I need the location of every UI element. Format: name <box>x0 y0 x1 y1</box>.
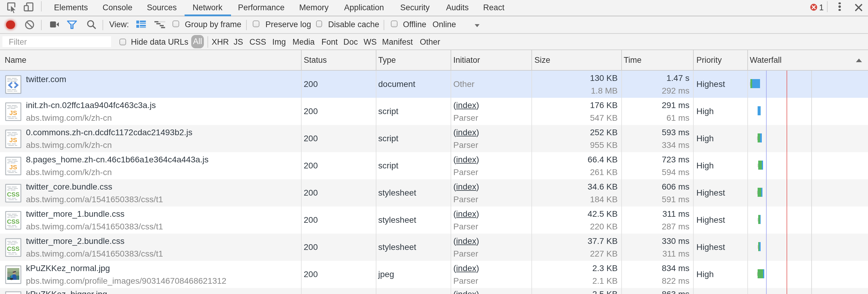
svg-text:CSS: CSS <box>7 191 20 198</box>
svg-text:JS: JS <box>9 109 17 116</box>
svg-text:JS: JS <box>9 163 17 170</box>
svg-text:CSS: CSS <box>7 245 20 252</box>
svg-text:JS: JS <box>9 136 17 143</box>
svg-text:CSS: CSS <box>7 218 20 225</box>
